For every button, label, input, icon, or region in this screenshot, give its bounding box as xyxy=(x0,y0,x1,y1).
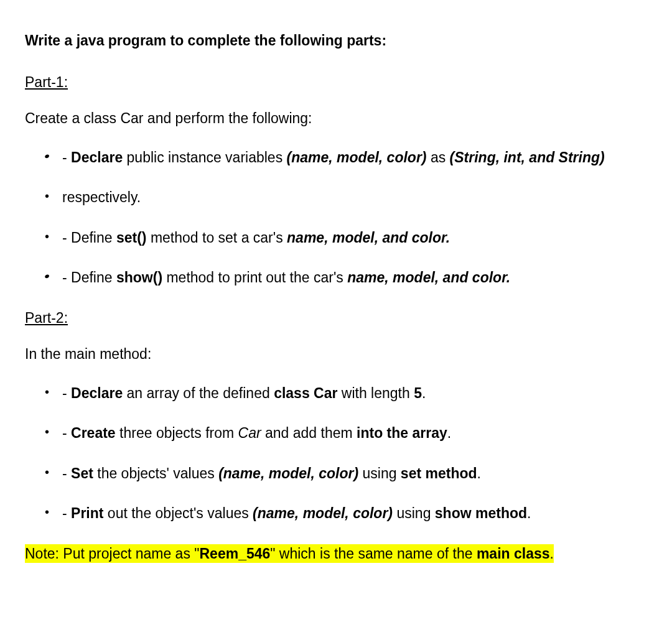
list-item: - Print out the object's values (name, m… xyxy=(62,503,647,524)
text: (name, model, color) xyxy=(253,505,396,521)
text: " which is the same name of the xyxy=(270,545,477,562)
text: set() xyxy=(116,230,147,246)
list-item: respectively. xyxy=(62,187,647,208)
text: Declare xyxy=(71,385,123,401)
text: name, model, and color. xyxy=(347,269,510,285)
text: Car xyxy=(238,425,265,441)
text: Define xyxy=(71,230,116,246)
text: an array of the defined xyxy=(123,385,274,401)
text: with length xyxy=(337,385,414,401)
text: using xyxy=(396,505,434,521)
text: Reem_546 xyxy=(199,545,270,562)
text: (name, model, color) xyxy=(218,465,362,481)
text: - xyxy=(62,385,71,401)
text: . xyxy=(447,425,451,441)
part1-intro: Create a class Car and perform the follo… xyxy=(25,108,647,129)
text: the objects' values xyxy=(93,465,218,481)
text: method to set a car's xyxy=(147,230,287,246)
text: respectively. xyxy=(62,189,141,205)
text: - xyxy=(62,149,71,165)
part2-intro: In the main method: xyxy=(25,343,647,365)
text: name, model, and color. xyxy=(287,230,450,246)
text: show method xyxy=(435,505,527,521)
text: - xyxy=(62,230,71,246)
text: (name, model, color) xyxy=(287,149,427,165)
text: show() xyxy=(116,269,162,285)
text: Print xyxy=(71,505,103,521)
list-item: - Set the objects' values (name, model, … xyxy=(62,463,647,485)
text: Create xyxy=(71,425,116,441)
part2-header: Part-2: xyxy=(25,307,647,329)
list-item: - Create three objects from Car and add … xyxy=(62,422,647,444)
text: main class xyxy=(477,545,550,562)
text: . xyxy=(550,545,554,562)
part1-header: Part-1: xyxy=(25,72,647,93)
text: class Car xyxy=(274,385,337,401)
note: Note: Put project name as "Reem_546" whi… xyxy=(25,543,647,565)
text: - xyxy=(62,425,71,441)
text: . xyxy=(477,465,481,481)
text: Declare xyxy=(71,149,123,165)
list-item: - Declare public instance variables (nam… xyxy=(62,147,647,169)
highlighted-note: Note: Put project name as "Reem_546" whi… xyxy=(25,544,554,563)
text: - xyxy=(62,269,71,285)
text: 5 xyxy=(414,385,422,401)
text: Note: Put project name as " xyxy=(25,545,199,562)
text: three objects from xyxy=(116,425,238,441)
document-title: Write a java program to complete the fol… xyxy=(25,30,647,52)
text: (String, int, and String) xyxy=(450,149,605,165)
list-item: - Define set() method to set a car's nam… xyxy=(62,227,647,249)
text: using xyxy=(362,465,400,481)
part2-list: - Declare an array of the defined class … xyxy=(25,383,647,524)
text: . xyxy=(527,505,531,521)
list-item: - Define show() method to print out the … xyxy=(62,267,647,289)
text: method to print out the car's xyxy=(162,269,347,285)
text: out the object's values xyxy=(103,505,253,521)
text: into the array xyxy=(357,425,447,441)
list-item: - Declare an array of the defined class … xyxy=(62,383,647,404)
text: . xyxy=(422,385,426,401)
text: and add them xyxy=(265,425,357,441)
text: Define xyxy=(71,269,116,285)
text: - xyxy=(62,465,71,481)
text: public instance variables xyxy=(123,149,286,165)
part1-list: - Declare public instance variables (nam… xyxy=(25,147,647,289)
text: as xyxy=(427,149,450,165)
text: Set xyxy=(71,465,93,481)
text: - xyxy=(62,505,71,521)
text: set method xyxy=(401,465,477,481)
